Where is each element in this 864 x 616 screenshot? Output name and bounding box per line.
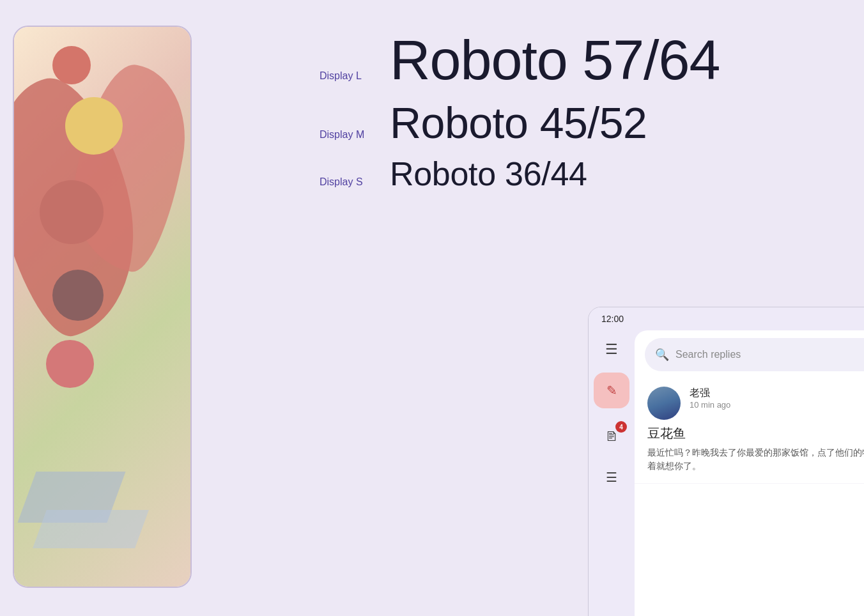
type-specimen-display-l: Roboto 57/64 bbox=[390, 32, 720, 88]
type-label-display-s: Display S bbox=[320, 176, 390, 188]
decorative-blob-3 bbox=[40, 180, 104, 244]
sender-avatar bbox=[647, 387, 681, 420]
type-row-display-m: Display M Roboto 45/52 bbox=[320, 101, 838, 144]
phone-mockup bbox=[0, 0, 204, 616]
type-label-display-m: Display M bbox=[320, 129, 390, 141]
type-label-display-l: Display L bbox=[320, 70, 390, 82]
phone-frame bbox=[13, 26, 192, 588]
compose-icon: ✎ bbox=[606, 383, 617, 398]
decorative-blob-4 bbox=[52, 270, 104, 321]
status-time: 12:00 bbox=[601, 314, 624, 324]
message-sender-name: 老强 bbox=[690, 387, 864, 400]
status-bar: 12:00 bbox=[589, 307, 864, 330]
decorative-blob-1 bbox=[52, 46, 91, 84]
decorative-blob-2 bbox=[65, 97, 123, 155]
type-specimen-display-s: Roboto 36/44 bbox=[390, 157, 587, 190]
type-row-display-l: Display L Roboto 57/64 bbox=[320, 32, 838, 88]
decorative-blob-5 bbox=[46, 340, 94, 388]
search-placeholder: Search replies bbox=[675, 349, 864, 360]
inbox-badge: 4 bbox=[615, 421, 627, 433]
messaging-mockup: 12:00 ☰ ✎ 🖹 4 ☰ bbox=[588, 307, 864, 616]
sender-avatar-image bbox=[647, 387, 681, 420]
inbox-icon: 🖹 bbox=[605, 429, 618, 444]
search-bar[interactable]: 🔍 Search replies 👤 bbox=[645, 338, 864, 371]
message-item[interactable]: 老强 10 min ago ☆ 豆花鱼 最近忙吗？昨晚我去了你最爱的那家饭馆，点… bbox=[635, 376, 864, 484]
sidebar-compose-button[interactable]: ✎ bbox=[594, 373, 629, 408]
phone-illustration bbox=[14, 27, 190, 587]
message-sender-info: 老强 10 min ago bbox=[690, 387, 864, 410]
sidebar-notes-icon[interactable]: ☰ bbox=[599, 465, 624, 490]
message-subject: 豆花鱼 bbox=[647, 425, 864, 442]
message-preview: 最近忙吗？昨晚我去了你最爱的那家饭馆，点了他们的特色豆花鱼，吃着吃着就想你了。 bbox=[647, 446, 864, 473]
type-row-display-s: Display S Roboto 36/44 bbox=[320, 157, 838, 190]
message-sidebar: ☰ ✎ 🖹 4 ☰ bbox=[589, 330, 635, 616]
sidebar-inbox-icon[interactable]: 🖹 4 bbox=[599, 424, 624, 449]
message-list: 🔍 Search replies 👤 老强 10 min ago bbox=[635, 330, 864, 616]
sidebar-menu-icon[interactable]: ☰ bbox=[599, 337, 624, 362]
message-content-area: ☰ ✎ 🖹 4 ☰ 🔍 Search replies bbox=[589, 330, 864, 616]
search-icon: 🔍 bbox=[655, 348, 669, 362]
message-time: 10 min ago bbox=[690, 400, 864, 410]
message-item-header: 老强 10 min ago ☆ bbox=[647, 387, 864, 420]
menu-icon: ☰ bbox=[605, 341, 618, 358]
typography-section: Display L Roboto 57/64 Display M Roboto … bbox=[294, 13, 864, 222]
type-specimen-display-m: Roboto 45/52 bbox=[390, 101, 647, 144]
decorative-geom-2 bbox=[33, 510, 149, 548]
notes-icon: ☰ bbox=[606, 470, 617, 485]
